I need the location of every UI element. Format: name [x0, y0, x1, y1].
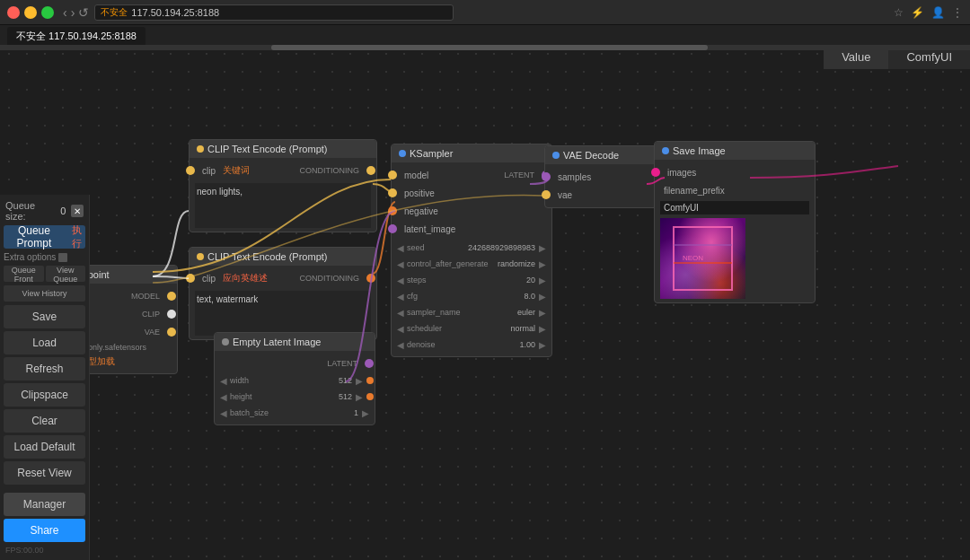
tab-bar: 不安全 117.50.194.25:8188 — [0, 25, 970, 45]
back-arrow[interactable]: ‹ — [63, 5, 67, 20]
clip2-clip-value: 应向英雄述 — [223, 272, 268, 284]
model-out-port[interactable] — [167, 292, 176, 301]
maximize-button[interactable] — [41, 6, 54, 19]
extensions-icon[interactable]: ⚡ — [911, 6, 924, 19]
queue-front-button[interactable]: Queue Front — [4, 266, 44, 282]
denoise-left-arrow[interactable]: ◀ — [397, 340, 404, 350]
view-history-button[interactable]: View History — [4, 285, 85, 302]
extra-options-checkbox[interactable] — [58, 253, 67, 262]
clip1-in-port[interactable] — [186, 166, 195, 175]
main-canvas[interactable]: Load Checkpoint MODEL CLIP VAE v1-5-prun… — [0, 45, 970, 560]
ksampler-model-label: model — [404, 171, 428, 180]
refresh-arrow[interactable]: ↺ — [78, 5, 89, 20]
queue-clear-btn[interactable]: ✕ — [71, 205, 84, 217]
clip-out-port[interactable] — [167, 310, 176, 319]
node-save-image: Save Image images filename_prefix ComfyU… — [654, 141, 816, 303]
top-scrollbar[interactable] — [0, 45, 970, 50]
clear-button[interactable]: Clear — [4, 409, 85, 433]
vae-out-port[interactable] — [167, 328, 176, 337]
save-prefix-value[interactable]: ComfyUI — [660, 201, 809, 214]
seed-left-arrow[interactable]: ◀ — [397, 243, 404, 253]
load-button[interactable]: Load — [4, 331, 85, 354]
bookmark-icon[interactable]: ☆ — [894, 6, 904, 19]
ksampler-seed-value: 242688929898983 — [425, 243, 539, 252]
clip2-text-content[interactable]: text, watermark — [195, 291, 371, 336]
queue-run-label: 执行 — [68, 223, 85, 250]
active-tab[interactable]: 不安全 117.50.194.25:8188 — [7, 27, 146, 45]
sampler-right-arrow[interactable]: ▶ — [539, 308, 546, 318]
clip1-text-content[interactable]: neon lights, — [195, 183, 371, 228]
save-prefix-label: filename_prefix — [664, 186, 725, 196]
ksampler-cag-row: ◀ control_after_generate randomize ▶ — [397, 256, 546, 272]
latent-dot — [222, 338, 229, 346]
address-bar[interactable]: 不安全 117.50.194.25:8188 — [94, 4, 454, 21]
vae-samples-port[interactable] — [542, 172, 551, 181]
clip2-title: CLIP Text Encode (Prompt) — [207, 251, 328, 262]
ksampler-latentimg-port[interactable] — [388, 224, 397, 233]
refresh-button[interactable]: Refresh — [4, 357, 85, 381]
seed-right-arrow[interactable]: ▶ — [539, 243, 546, 253]
latent-height-value: 512 — [252, 392, 356, 401]
latent-out-port[interactable] — [365, 359, 374, 368]
scheduler-right-arrow[interactable]: ▶ — [539, 324, 546, 334]
clip1-dot — [197, 145, 204, 153]
load-default-button[interactable]: Load Default — [4, 435, 85, 459]
node-empty-latent: Empty Latent Image LATENT ◀ width 512 ▶ … — [214, 332, 375, 425]
mini-btns-row: Queue Front View Queue — [4, 266, 85, 282]
browser-bar: ‹ › ↺ 不安全 117.50.194.25:8188 ☆ ⚡ 👤 ⋮ — [0, 0, 970, 25]
profile-icon[interactable]: 👤 — [931, 6, 945, 19]
steps-right-arrow[interactable]: ▶ — [539, 276, 546, 285]
node-header-latent: Empty Latent Image — [215, 333, 375, 351]
queue-prompt-button[interactable]: Queue Prompt 执行 — [4, 225, 85, 249]
view-queue-button[interactable]: View Queue — [46, 266, 86, 282]
batch-right-arrow[interactable]: ▶ — [362, 408, 369, 418]
ksampler-model-port[interactable] — [388, 171, 397, 179]
forward-arrow[interactable]: › — [71, 5, 75, 20]
cag-left-arrow[interactable]: ◀ — [397, 259, 404, 269]
ksampler-denoise-row: ◀ denoise 1.00 ▶ — [397, 337, 546, 353]
latent-batch-label: batch_size — [230, 408, 269, 417]
cfg-right-arrow[interactable]: ▶ — [539, 292, 546, 302]
vae-vae-label: vae — [558, 190, 572, 200]
share-button[interactable]: Share — [4, 519, 85, 542]
ksampler-positive-port[interactable] — [388, 188, 397, 197]
latent-height-row: ◀ height 512 ▶ — [220, 389, 369, 405]
denoise-right-arrow[interactable]: ▶ — [539, 340, 546, 350]
steps-left-arrow[interactable]: ◀ — [397, 276, 404, 285]
width-right-arrow[interactable]: ▶ — [356, 376, 363, 386]
save-images-port[interactable] — [651, 168, 660, 177]
node-header-clip2: CLIP Text Encode (Prompt) — [190, 248, 376, 266]
save-button[interactable]: Save — [4, 305, 85, 328]
latent-batch-row: ◀ batch_size 1 ▶ — [220, 405, 369, 421]
sampler-left-arrow[interactable]: ◀ — [397, 308, 404, 318]
width-left-arrow[interactable]: ◀ — [220, 376, 227, 386]
height-right-arrow[interactable]: ▶ — [356, 392, 363, 402]
minimize-button[interactable] — [24, 6, 37, 19]
clip2-conditioning: CONDITIONING — [300, 274, 360, 283]
save-dot — [662, 147, 669, 154]
manager-button[interactable]: Manager — [4, 493, 85, 516]
save-filename-row: filename_prefix — [660, 181, 809, 199]
vae-vae-port[interactable] — [542, 190, 551, 199]
ksampler-negative-port[interactable] — [388, 206, 397, 215]
close-button[interactable] — [7, 6, 20, 19]
reset-view-button[interactable]: Reset View — [4, 461, 85, 485]
clipspace-button[interactable]: Clipspace — [4, 383, 85, 407]
batch-left-arrow[interactable]: ◀ — [220, 408, 227, 418]
cag-right-arrow[interactable]: ▶ — [539, 259, 546, 269]
scheduler-left-arrow[interactable]: ◀ — [397, 324, 404, 334]
cfg-left-arrow[interactable]: ◀ — [397, 292, 404, 302]
ksampler-denoise-value: 1.00 — [436, 340, 539, 349]
clip2-out-port[interactable] — [366, 274, 375, 283]
clip2-in-port[interactable] — [186, 274, 195, 283]
tab-label: 不安全 117.50.194.25:8188 — [16, 30, 137, 43]
height-port — [366, 393, 374, 400]
latent-width-value: 512 — [249, 376, 356, 385]
extra-options-row[interactable]: Extra options — [4, 252, 85, 262]
clip1-clip-label: clip — [202, 166, 216, 176]
node-header-ksampler: KSampler — [392, 144, 551, 162]
node-clip-text-2: CLIP Text Encode (Prompt) clip 应向英雄述 CON… — [189, 247, 377, 340]
menu-icon[interactable]: ⋮ — [952, 6, 963, 19]
height-left-arrow[interactable]: ◀ — [220, 392, 227, 402]
clip1-out-port[interactable] — [366, 166, 375, 175]
